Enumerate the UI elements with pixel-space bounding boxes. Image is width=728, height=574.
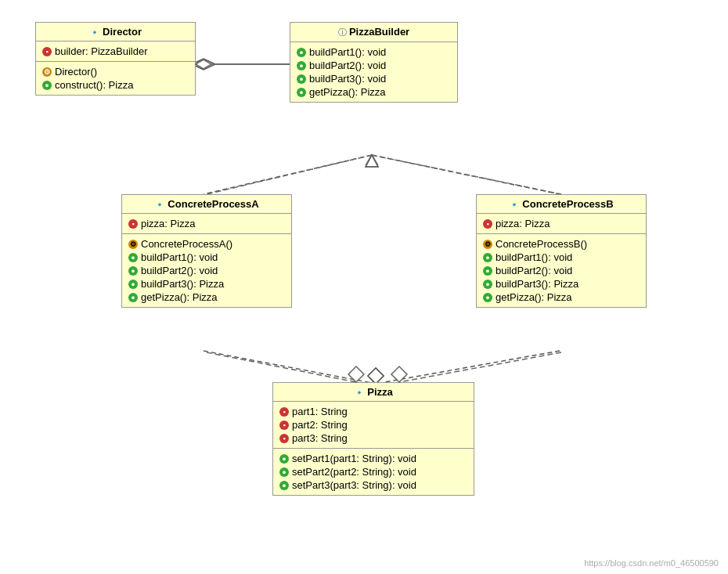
svg-marker-19 (391, 366, 407, 382)
svg-marker-13 (366, 155, 378, 167)
vis-icon: ▪ (483, 219, 492, 229)
class-pizzabuilder-header: ⓘ PizzaBuilder (290, 23, 457, 42)
vis-icon: ▪ (128, 219, 138, 229)
member: ● buildPart2(): void (128, 264, 285, 277)
member-text: buildPart1(): void (309, 46, 386, 58)
class-concreteb-header: 🔹 ConcreteProcessB (477, 195, 646, 214)
svg-line-4 (372, 155, 560, 194)
pizzabuilder-name: PizzaBuilder (349, 26, 409, 38)
member-text: buildPart3(): void (309, 73, 386, 85)
svg-line-18 (399, 352, 561, 382)
member-text: getPizza(): Pizza (141, 291, 218, 303)
member: ● buildPart1(): void (128, 251, 285, 264)
vis-icon: ● (297, 48, 306, 57)
concreteb-attributes: ▪ pizza: Pizza (477, 214, 646, 234)
class-concretea-header: 🔹 ConcreteProcessA (122, 195, 291, 214)
vis-icon: ● (279, 454, 289, 464)
vis-icon: ● (483, 293, 492, 302)
watermark: https://blog.csdn.net/m0_46500590 (584, 558, 719, 568)
member-text: setPart1(part1: String): void (292, 453, 416, 464)
svg-marker-9 (368, 368, 384, 384)
member-text: builder: PizzaBuilder (55, 45, 148, 57)
member-text: buildPart3(): Pizza (496, 278, 578, 290)
vis-icon: ● (483, 266, 492, 276)
member: ● buildPart1(): void (297, 45, 451, 59)
pizzabuilder-stereotype: ⓘ (338, 27, 349, 37)
member: ● setPart2(part2: String): void (279, 465, 467, 478)
pizzabuilder-methods: ● buildPart1(): void ● buildPart2(): voi… (290, 42, 457, 102)
pizza-methods: ● setPart1(part1: String): void ● setPar… (273, 449, 474, 495)
member: ▪ builder: PizzaBuilder (42, 45, 189, 58)
class-pizza-header: 🔹 Pizza (273, 383, 474, 402)
svg-line-16 (207, 352, 356, 382)
member-text: ConcreteProcessB() (496, 238, 587, 250)
member-text: getPizza(): Pizza (309, 86, 386, 98)
svg-line-2 (204, 155, 372, 194)
vis-icon: ▪ (279, 407, 289, 417)
member: ● getPizza(): Pizza (128, 291, 285, 304)
member-text: buildPart3(): Pizza (141, 278, 224, 290)
member-text: pizza: Pizza (141, 218, 195, 229)
member: ⚙ ConcreteProcessB() (483, 237, 640, 251)
member-text: ConcreteProcessA() (141, 238, 232, 250)
member: ● buildPart3(): Pizza (483, 277, 640, 291)
member: ● buildPart2(): void (297, 59, 451, 72)
class-pizza: 🔹 Pizza ▪ part1: String ▪ part2: String … (272, 382, 474, 496)
vis-icon: ● (297, 74, 306, 84)
svg-marker-17 (348, 366, 364, 382)
svg-line-8 (376, 351, 560, 384)
vis-icon: ▪ (42, 47, 52, 56)
vis-icon: ● (128, 253, 138, 262)
member: ● buildPart3(): Pizza (128, 277, 285, 291)
svg-marker-7 (368, 368, 384, 384)
vis-icon: ▪ (279, 421, 289, 430)
member-text: part1: String (292, 406, 348, 417)
member-text: part3: String (292, 432, 348, 444)
pizza-name: Pizza (367, 386, 393, 398)
member: ▪ part3: String (279, 431, 467, 445)
member-text: buildPart2(): void (309, 60, 386, 71)
vis-icon: ● (483, 280, 492, 289)
member-text: getPizza(): Pizza (496, 291, 572, 303)
member: ⚙ Director() (42, 65, 189, 78)
vis-icon: ● (128, 280, 138, 289)
member: ▪ pizza: Pizza (128, 217, 285, 230)
svg-marker-5 (366, 155, 377, 164)
class-director: 🔹 Director ▪ builder: PizzaBuilder ⚙ Dir… (35, 22, 196, 96)
vis-icon: ● (279, 468, 289, 477)
class-pizzabuilder: ⓘ PizzaBuilder ● buildPart1(): void ● bu… (290, 22, 458, 103)
svg-marker-15 (366, 155, 378, 167)
member: ▪ part2: String (279, 418, 467, 431)
vis-icon: ● (297, 88, 306, 97)
member: ● setPart1(part1: String): void (279, 452, 467, 465)
concreteb-stereotype: 🔹 (509, 200, 522, 209)
member-text: buildPart2(): void (141, 265, 218, 276)
member-text: buildPart1(): void (141, 251, 218, 263)
director-stereotype: 🔹 (89, 27, 103, 37)
vis-icon: ● (128, 266, 138, 276)
vis-icon: ● (42, 81, 52, 90)
member: ● setPart3(part3: String): void (279, 478, 467, 492)
member: ● construct(): Pizza (42, 78, 189, 92)
pizza-attributes: ▪ part1: String ▪ part2: String ▪ part3:… (273, 402, 474, 449)
class-director-header: 🔹 Director (36, 23, 195, 42)
concretea-methods: ⚙ ConcreteProcessA() ● buildPart1(): voi… (122, 234, 291, 307)
class-concretea: 🔹 ConcreteProcessA ▪ pizza: Pizza ⚙ Conc… (121, 194, 292, 308)
member: ● getPizza(): Pizza (483, 291, 640, 304)
vis-icon: ⚙ (128, 240, 138, 249)
member: ● getPizza(): Pizza (297, 85, 451, 99)
member-text: pizza: Pizza (496, 218, 550, 229)
svg-marker-11 (196, 60, 211, 69)
member: ⚙ ConcreteProcessA() (128, 237, 285, 251)
vis-icon: ● (483, 253, 492, 262)
member-text: setPart2(part2: String): void (292, 466, 416, 478)
member: ▪ pizza: Pizza (483, 217, 640, 230)
concretea-attributes: ▪ pizza: Pizza (122, 214, 291, 234)
member: ▪ part1: String (279, 405, 467, 418)
pizza-stereotype: 🔹 (354, 388, 367, 397)
vis-icon: ● (297, 61, 306, 70)
member-text: buildPart2(): void (496, 265, 572, 276)
member-text: setPart3(part3: String): void (292, 479, 416, 491)
vis-icon: ● (128, 293, 138, 302)
vis-icon: ⚙ (42, 67, 52, 77)
